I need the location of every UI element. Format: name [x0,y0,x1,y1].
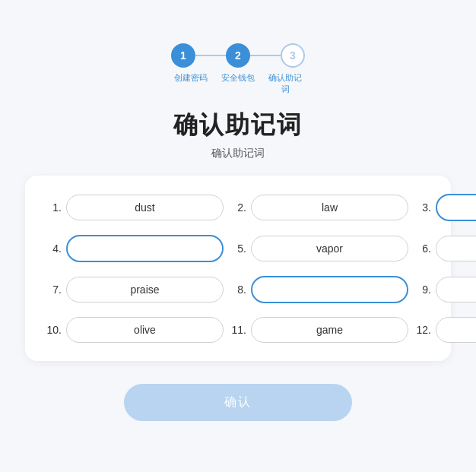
mnemonic-num-3: 3. [416,201,431,214]
step-label-3: 确认助记词 [265,72,305,95]
mnemonic-item-5: 5. [231,235,408,262]
stepper-circles: 1 2 3 [171,43,305,68]
mnemonic-input-12[interactable] [436,317,476,343]
stepper: 1 2 3 创建密码 安全钱包 确认助记词 [171,43,305,95]
mnemonic-input-6[interactable] [436,236,476,261]
mnemonic-num-4: 4. [46,242,62,255]
mnemonic-item-6: 6. [416,235,476,262]
mnemonic-item-9: 9. [416,276,476,303]
mnemonic-num-2: 2. [231,201,246,214]
mnemonic-num-1: 1. [46,201,62,214]
mnemonic-item-4: 4. [46,235,224,262]
mnemonic-item-12: 12. [416,317,476,343]
mnemonic-num-10: 10. [46,324,62,336]
mnemonic-item-7: 7. [46,276,224,303]
mnemonic-item-11: 11. [231,317,408,343]
mnemonic-input-9[interactable] [436,277,476,303]
mnemonic-num-9: 9. [416,284,431,296]
mnemonic-num-7: 7. [46,284,62,296]
step-line-2 [250,55,281,56]
mnemonic-num-11: 11. [231,324,246,336]
mnemonic-item-8: 8. [231,276,408,303]
mnemonic-grid: 1. 2. 3. 4. 5. 6. [46,194,430,343]
page: 1 2 3 创建密码 安全钱包 确认助记词 确认助记词 确认助记词 1. 2. [0,28,476,444]
mnemonic-num-8: 8. [231,284,246,296]
mnemonic-card: 1. 2. 3. 4. 5. 6. [25,176,451,361]
mnemonic-input-4[interactable] [66,235,224,262]
sub-title: 确认助记词 [211,147,265,160]
step-1: 1 [171,43,195,68]
mnemonic-input-5[interactable] [251,236,408,261]
mnemonic-item-10: 10. [46,317,224,343]
main-title: 确认助记词 [173,109,303,142]
mnemonic-num-12: 12. [416,324,431,336]
step-line-1 [195,55,226,56]
mnemonic-input-2[interactable] [251,195,408,220]
confirm-button[interactable]: 确认 [124,384,352,421]
step-label-2: 安全钱包 [218,72,258,95]
step-label-1: 创建密码 [171,72,211,95]
mnemonic-input-7[interactable] [66,277,224,303]
mnemonic-input-10[interactable] [66,317,224,343]
mnemonic-item-3: 3. [416,194,476,221]
mnemonic-item-2: 2. [231,194,408,221]
mnemonic-input-1[interactable] [66,195,224,220]
mnemonic-num-6: 6. [416,242,431,255]
mnemonic-input-3[interactable] [436,194,476,221]
stepper-labels: 创建密码 安全钱包 确认助记词 [171,72,305,95]
mnemonic-input-11[interactable] [251,317,408,343]
step-3: 3 [281,43,305,68]
mnemonic-item-1: 1. [46,194,224,221]
step-2: 2 [226,43,250,68]
mnemonic-input-8[interactable] [251,276,408,303]
mnemonic-num-5: 5. [231,242,246,255]
